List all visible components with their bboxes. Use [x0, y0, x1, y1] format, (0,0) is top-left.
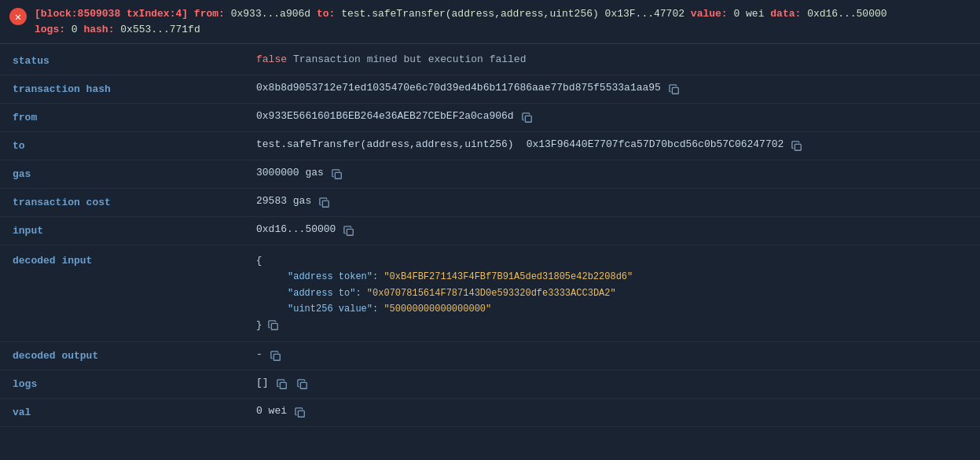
- logs-copy-icon-1[interactable]: [275, 377, 289, 392]
- tx-hash-label: transaction hash: [13, 82, 256, 95]
- error-icon: ✕: [9, 8, 27, 25]
- svg-rect-8: [280, 382, 286, 388]
- gas-copy-icon[interactable]: [330, 167, 344, 182]
- decoded-output-copy-icon[interactable]: [269, 349, 283, 363]
- hash-keyword: hash:: [83, 24, 114, 35]
- to-address-text: 0x13F96440E7707fca57D70bcd56c0b57C062477…: [527, 138, 784, 150]
- tx-hash-text: 0x8b8d9053712e71ed1035470e6c70d39ed4b6b1…: [256, 82, 661, 94]
- logs-count: 0: [72, 24, 78, 35]
- top-bar-line2: logs: 0 hash: 0x553...771fd: [35, 22, 971, 38]
- tx-cost-row: transaction cost 29583 gas: [0, 189, 980, 217]
- input-label: input: [13, 223, 256, 237]
- decoded-input-label: decoded input: [13, 253, 256, 267]
- svg-rect-6: [272, 324, 278, 330]
- to-address: 0x13F...47702: [605, 8, 685, 20]
- decoded-line1-key: "address token":: [288, 271, 378, 282]
- decoded-line1-val: "0xB4FBF271143F4FBf7B91A5ded31805e42b220…: [384, 271, 633, 282]
- status-value: false Transaction mined but execution fa…: [256, 53, 967, 65]
- tx-hash-copy-icon[interactable]: [667, 83, 681, 97]
- data-val: 0xd16...50000: [807, 8, 886, 20]
- decoded-input-row: decoded input { "address token": "0xB4FB…: [0, 245, 980, 342]
- top-bar: ✕ [block:8509038 txIndex:4] from: 0x933.…: [0, 0, 980, 44]
- status-false-text: false: [256, 53, 287, 65]
- decoded-input-value: { "address token": "0xB4FBF271143F4FBf7B…: [256, 253, 967, 333]
- to-row: to test.safeTransfer(address,address,uin…: [0, 132, 980, 160]
- val-text: 0 wei: [256, 405, 287, 417]
- tx-hash-row: transaction hash 0x8b8d9053712e71ed10354…: [0, 75, 980, 104]
- from-label: from: [13, 110, 256, 123]
- tx-cost-value: 29583 gas: [256, 195, 967, 210]
- svg-rect-2: [795, 144, 802, 150]
- tx-cost-copy-icon[interactable]: [317, 196, 332, 210]
- input-copy-icon[interactable]: [342, 224, 356, 238]
- tx-cost-text: 29583 gas: [256, 195, 311, 207]
- logs-label: logs: [13, 377, 256, 390]
- to-value: test.safeTransfer(address,address,uint25…: [256, 138, 967, 153]
- logs-copy-icon-2[interactable]: [295, 377, 310, 392]
- svg-rect-7: [273, 354, 280, 360]
- decoded-output-text: -: [256, 348, 262, 360]
- input-value: 0xd16...50000: [256, 223, 967, 238]
- decoded-line3: "uint256 value": "50000000000000000": [256, 301, 633, 317]
- decoded-line3-key: "uint256 value":: [288, 304, 378, 315]
- block-label: [block:8509038 txIndex:4]: [35, 8, 188, 20]
- val-copy-icon[interactable]: [293, 406, 307, 420]
- tx-hash-value: 0x8b8d9053712e71ed1035470e6c70d39ed4b6b1…: [256, 82, 967, 97]
- gas-row: gas 3000000 gas: [0, 160, 980, 189]
- svg-rect-9: [300, 382, 306, 388]
- content-area: status false Transaction mined but execu…: [0, 44, 980, 430]
- decoded-close-brace-line: }: [256, 318, 633, 333]
- value-val: 0 wei: [733, 8, 764, 20]
- svg-rect-0: [672, 87, 678, 94]
- from-value: 0x933E5661601B6EB264e36AEB27CEbEF2a0ca90…: [256, 110, 967, 125]
- logs-value: []: [256, 377, 967, 392]
- logs-row: logs []: [0, 370, 980, 399]
- to-copy-icon[interactable]: [790, 139, 804, 153]
- svg-rect-4: [323, 201, 329, 207]
- to-function: test.safeTransfer(address,address,uint25…: [341, 8, 599, 20]
- decoded-line3-val: "50000000000000000": [384, 304, 491, 315]
- status-label: status: [13, 53, 256, 67]
- logs-bracket: []: [256, 377, 269, 388]
- top-bar-line1: [block:8509038 txIndex:4] from: 0x933...…: [35, 6, 971, 22]
- decoded-line2-key: "address to":: [288, 288, 362, 299]
- top-bar-text: [block:8509038 txIndex:4] from: 0x933...…: [35, 6, 971, 37]
- data-keyword: data:: [770, 8, 801, 20]
- status-row: status false Transaction mined but execu…: [0, 47, 980, 75]
- decoded-line2: "address to": "0x0707815614F787143D0e593…: [256, 285, 633, 301]
- to-label: to: [13, 138, 256, 152]
- decoded-input-copy-icon[interactable]: [266, 318, 281, 333]
- decoded-output-row: decoded output -: [0, 342, 980, 370]
- from-keyword: from:: [194, 8, 225, 20]
- input-text: 0xd16...50000: [256, 223, 336, 235]
- gas-label: gas: [13, 167, 256, 180]
- gas-value: 3000000 gas: [256, 167, 967, 182]
- decoded-output-label: decoded output: [13, 348, 256, 362]
- decoded-line1: "address token": "0xB4FBF271143F4FBf7B91…: [256, 269, 633, 285]
- to-keyword: to:: [317, 8, 335, 20]
- decoded-input-block: { "address token": "0xB4FBF271143F4FBf7B…: [256, 253, 633, 333]
- from-row: from 0x933E5661601B6EB264e36AEB27CEbEF2a…: [0, 104, 980, 132]
- decoded-output-value: -: [256, 348, 967, 363]
- value-keyword: value:: [691, 8, 728, 20]
- svg-rect-1: [525, 116, 531, 122]
- decoded-close-brace: }: [256, 318, 262, 333]
- logs-keyword: logs:: [35, 24, 65, 35]
- tx-cost-label: transaction cost: [13, 195, 256, 208]
- svg-rect-3: [335, 172, 341, 178]
- svg-rect-5: [347, 229, 354, 235]
- from-address-text: 0x933E5661601B6EB264e36AEB27CEbEF2a0ca90…: [256, 110, 514, 122]
- svg-rect-10: [298, 410, 304, 417]
- decoded-line2-val: "0x0707815614F787143D0e593320dfe3333ACC3…: [367, 288, 616, 299]
- from-address: 0x933...a906d: [231, 8, 310, 20]
- from-copy-icon[interactable]: [520, 111, 534, 125]
- hash-val: 0x553...771fd: [120, 24, 200, 35]
- val-row: val 0 wei: [0, 399, 980, 427]
- val-value: 0 wei: [256, 405, 967, 420]
- to-function-text: test.safeTransfer(address,address,uint25…: [256, 138, 514, 150]
- gas-text: 3000000 gas: [256, 167, 324, 178]
- input-row: input 0xd16...50000: [0, 217, 980, 245]
- status-message: Transaction mined but execution failed: [293, 53, 526, 65]
- val-label: val: [13, 405, 256, 418]
- decoded-open-brace: {: [256, 253, 633, 269]
